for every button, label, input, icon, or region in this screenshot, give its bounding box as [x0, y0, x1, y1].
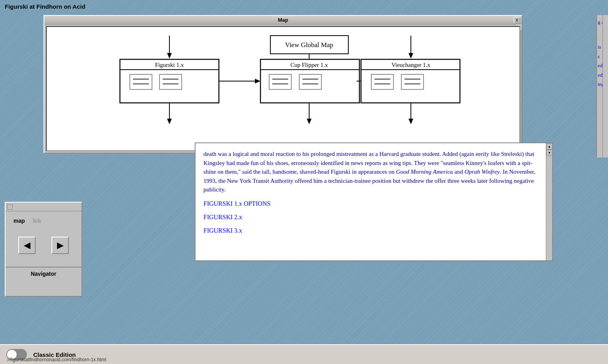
map-title-label: Map: [278, 17, 288, 23]
svg-rect-11: [130, 74, 152, 89]
nav-arrow-left[interactable]: ◀: [18, 237, 36, 254]
link-figurski-3x[interactable]: FIGURSKI 3.x: [203, 226, 544, 235]
svg-text:Vieuchanger 1.x: Vieuchanger 1.x: [391, 62, 431, 68]
right-panel: g a is s ed ed ing: [596, 15, 608, 157]
map-content: View Global Map Figurski 1.x: [46, 26, 520, 151]
svg-rect-37: [401, 74, 424, 89]
link-figurski-2x[interactable]: FIGURSKI 2.x: [203, 212, 544, 222]
svg-rect-22: [269, 74, 291, 89]
text-content: death was a logical and moral reaction t…: [196, 143, 552, 246]
svg-rect-34: [371, 74, 393, 89]
navigator-close-icon[interactable]: [7, 204, 13, 210]
text-paragraph: death was a logical and moral reaction t…: [203, 150, 544, 194]
svg-marker-43: [307, 119, 312, 124]
nav-arrow-right[interactable]: ▶: [51, 237, 69, 254]
navigator-body: map link ◀ ▶: [6, 211, 82, 264]
svg-marker-41: [167, 119, 172, 124]
svg-text:View Global Map: View Global Map: [285, 41, 333, 49]
text-scroll-up[interactable]: ▲: [546, 143, 553, 150]
navigator-titlebar: [6, 203, 82, 211]
text-window: death was a logical and moral reaction t…: [195, 142, 553, 261]
right-panel-scrollbar[interactable]: [602, 15, 608, 157]
svg-marker-18: [255, 79, 260, 83]
navigator-window: map link ◀ ▶ Navigator: [5, 202, 82, 297]
navigator-tabs: map link: [9, 214, 78, 227]
svg-marker-7: [408, 53, 413, 59]
svg-rect-14: [160, 74, 182, 89]
tab-map[interactable]: map: [13, 218, 25, 224]
map-window: Map X ▲ ▼ View Global Map Figurski 1.x: [44, 15, 522, 154]
url-bar: ://figurskiatfindhornonacid.com/findhorn…: [6, 357, 106, 362]
svg-text:Cup Flipper 1.x: Cup Flipper 1.x: [291, 62, 328, 68]
map-diagram: View Global Map Figurski 1.x: [47, 27, 519, 150]
map-close-button[interactable]: X: [514, 17, 520, 23]
svg-marker-45: [408, 119, 413, 124]
svg-marker-3: [167, 53, 172, 59]
svg-text:Figurski 1.x: Figurski 1.x: [155, 62, 184, 68]
text-scroll-down[interactable]: ▼: [546, 150, 553, 156]
navigator-arrows: ◀ ▶: [9, 230, 78, 260]
tab-link[interactable]: link: [33, 218, 41, 224]
text-scrollbar[interactable]: ▲ ▼: [546, 143, 552, 260]
navigator-label: Navigator: [6, 267, 82, 280]
bottom-bar: Classic Edition ://figurskiatfindhornona…: [0, 344, 608, 364]
map-titlebar: Map X: [44, 16, 522, 25]
link-figurski-options[interactable]: FIGURSKI 1.x OPTIONS: [203, 199, 544, 209]
app-title: Figurski at Findhorn on Acid: [5, 3, 86, 10]
svg-rect-25: [299, 74, 321, 89]
